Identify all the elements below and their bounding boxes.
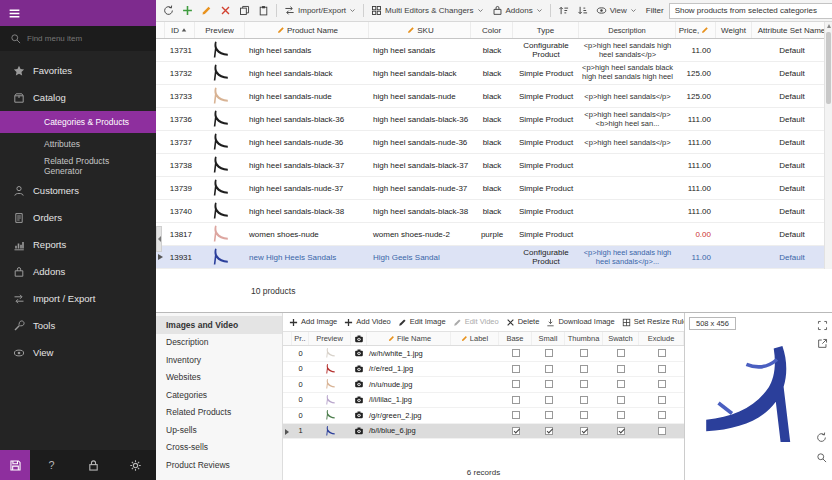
column-header-description[interactable]: Description [579, 22, 676, 38]
swatch-checkbox[interactable] [617, 411, 625, 419]
column-header-color[interactable]: Color [471, 22, 513, 38]
small-checkbox[interactable] [545, 411, 553, 419]
detail-tab[interactable]: Inventory [156, 351, 282, 369]
product-name-cell[interactable]: new High Heels Sandals [245, 253, 369, 262]
sidebar-item[interactable]: Catalog [0, 84, 156, 111]
images-toolbar-button[interactable]: Edit Video [450, 315, 502, 329]
lock-button[interactable] [78, 450, 108, 480]
column-header-preview[interactable]: Preview [195, 22, 245, 38]
image-file-name-cell[interactable]: /w/h/white_1.jpg [367, 349, 451, 358]
column-header-weight[interactable]: Weight [716, 22, 752, 38]
column-header-product-name[interactable]: Product Name [245, 22, 369, 38]
sidebar-item[interactable]: Addons [0, 258, 156, 285]
product-name-cell[interactable]: high heel sandals-black-38 [245, 207, 369, 216]
product-name-cell[interactable]: high heel sandals-nude-36 [245, 138, 369, 147]
swatch-checkbox[interactable] [617, 380, 625, 388]
thumbnail-checkbox[interactable] [580, 365, 588, 373]
product-row[interactable]: 13737 high heel sandals-nude-36 high hee… [156, 131, 832, 154]
sidebar-item[interactable]: Orders [0, 204, 156, 231]
product-row[interactable]: 13738 high heel sandals-black-37 high he… [156, 154, 832, 177]
sort-desc-button[interactable] [574, 3, 591, 18]
product-price-cell[interactable]: 111.00 [676, 184, 716, 193]
thumbnail-checkbox[interactable] [580, 349, 588, 357]
product-price-cell[interactable]: 111.00 [676, 138, 716, 147]
menu-search-input[interactable] [27, 34, 132, 43]
row-expander[interactable] [156, 85, 165, 107]
preview-zoom-button[interactable] [816, 449, 827, 464]
image-file-name-cell[interactable]: /b/l/blue_6.jpg [367, 426, 451, 435]
small-checkbox[interactable] [545, 365, 553, 373]
thumbnail-checkbox[interactable] [580, 427, 588, 435]
images-toolbar-button[interactable]: Add Video [341, 315, 393, 329]
product-price-cell[interactable]: 111.00 [676, 161, 716, 170]
multi-editors-dropdown[interactable]: Multi Editors & Changers [368, 3, 486, 18]
row-expander[interactable] [156, 131, 165, 153]
image-file-name-cell[interactable]: /n/u/nude.jpg [367, 380, 451, 389]
exclude-checkbox[interactable] [658, 427, 666, 435]
product-price-cell[interactable]: 125.00 [676, 92, 716, 101]
base-checkbox[interactable] [512, 349, 520, 357]
paste-button[interactable] [255, 3, 272, 18]
detail-tab[interactable]: Images and Video [156, 316, 282, 334]
sidebar-collapse-handle[interactable] [156, 226, 162, 252]
open-external-button[interactable] [817, 335, 828, 350]
images-toolbar-button[interactable]: Download Image [543, 315, 617, 329]
product-sku-cell[interactable]: high heel sandals-black-37 [369, 161, 471, 170]
sidebar-search[interactable] [0, 26, 156, 51]
base-checkbox[interactable] [512, 365, 520, 373]
detail-tab[interactable]: Related Products [156, 404, 282, 422]
product-description-cell[interactable]: <p>high heel sandals</p> [579, 92, 676, 101]
row-expander[interactable] [156, 62, 165, 84]
help-button[interactable] [36, 450, 66, 480]
column-header-base[interactable]: Base [499, 332, 532, 345]
exclude-checkbox[interactable] [658, 349, 666, 357]
exclude-checkbox[interactable] [658, 396, 666, 404]
base-checkbox[interactable] [512, 380, 520, 388]
swatch-checkbox[interactable] [617, 427, 625, 435]
import-export-dropdown[interactable]: Import/Export [281, 3, 359, 18]
base-checkbox[interactable] [512, 411, 520, 419]
product-sku-cell[interactable]: High Geels Sandal [369, 253, 471, 262]
category-filter-select[interactable]: Show products from selected categories [669, 3, 832, 19]
column-header-small[interactable]: Small [532, 332, 565, 345]
sidebar-item[interactable]: Tools [0, 312, 156, 339]
image-row[interactable]: 0 /n/u/nude.jpg [283, 377, 684, 393]
thumbnail-checkbox[interactable] [580, 411, 588, 419]
addons-dropdown[interactable]: Addons [489, 3, 546, 18]
product-name-cell[interactable]: women shoes-nude [245, 230, 369, 239]
product-name-cell[interactable]: high heel sandals-black-37 [245, 161, 369, 170]
column-header-position[interactable]: Pr.. [292, 332, 309, 345]
settings-button[interactable] [120, 450, 150, 480]
copy-button[interactable] [236, 3, 253, 18]
thumbnail-checkbox[interactable] [580, 396, 588, 404]
swatch-checkbox[interactable] [617, 396, 625, 404]
product-row[interactable]: 13736 high heel sandals-black-36 high he… [156, 108, 832, 131]
image-file-name-cell[interactable]: /l/i/lilac_1.jpg [367, 395, 451, 404]
product-sku-cell[interactable]: high heel sandals-nude-37 [369, 184, 471, 193]
detail-tab[interactable]: Up-sells [156, 421, 282, 439]
product-row[interactable]: 13733 high heel sandals-nude high heel s… [156, 85, 832, 108]
image-row[interactable]: 0 /w/h/white_1.jpg [283, 346, 684, 362]
vertical-scrollbar[interactable] [824, 22, 832, 269]
product-price-cell[interactable]: 11.00 [676, 253, 716, 262]
column-header-exclude[interactable]: Exclude [639, 332, 684, 345]
images-toolbar-button[interactable]: Set Resize Rule [619, 315, 684, 329]
base-checkbox[interactable] [512, 396, 520, 404]
product-row[interactable]: 13731 high heel sandals high heel sandal… [156, 39, 832, 62]
product-price-cell[interactable]: 0.00 [676, 230, 716, 239]
product-name-cell[interactable]: high heel sandals-nude-37 [245, 184, 369, 193]
fullscreen-button[interactable] [817, 317, 828, 332]
image-file-name-cell[interactable]: /g/r/green_2.jpg [367, 411, 451, 420]
image-row[interactable]: 0 /g/r/green_2.jpg [283, 408, 684, 424]
row-expander[interactable] [156, 177, 165, 199]
row-expander[interactable] [156, 200, 165, 222]
product-description-cell[interactable]: <p>high heel sandals high heel sandals</… [579, 248, 676, 266]
product-name-cell[interactable]: high heel sandals [245, 46, 369, 55]
product-row[interactable]: 13732 high heel sandals-black high heel … [156, 62, 832, 85]
column-header-label[interactable]: Label [451, 332, 499, 345]
product-price-cell[interactable]: 11.00 [676, 46, 716, 55]
column-header-attribute-set[interactable]: Attribute Set Name [752, 22, 832, 38]
column-header-swatch[interactable]: Swatch [603, 332, 639, 345]
sort-asc-button[interactable] [555, 3, 572, 18]
sidebar-item[interactable]: View [0, 339, 156, 366]
